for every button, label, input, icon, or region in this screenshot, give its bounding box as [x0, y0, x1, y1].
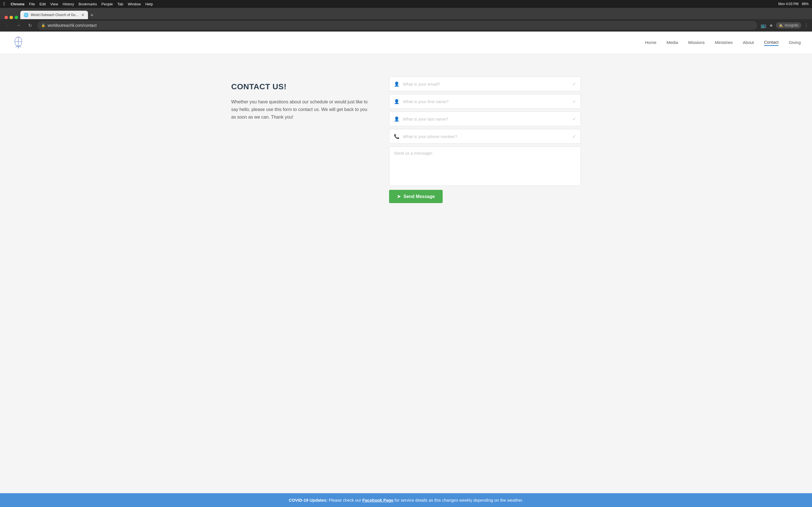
logo-svg [11, 36, 26, 50]
forward-button[interactable]: → [15, 21, 22, 29]
email-check-icon: ✓ [572, 81, 576, 87]
traffic-lights [2, 16, 20, 19]
last-name-icon: 👤 [394, 116, 400, 122]
address-bar[interactable]: 🔒 worldoutreachli.com/contact [37, 21, 757, 30]
menu-bookmarks[interactable]: Bookmarks [79, 2, 97, 6]
site-logo[interactable] [11, 36, 26, 50]
nav-home[interactable]: Home [645, 40, 656, 45]
apple-logo-icon[interactable]:  [3, 1, 5, 6]
addressbar: ← → ↻ 🔒 worldoutreachli.com/contact 📺 ★ … [0, 19, 812, 32]
email-input[interactable] [403, 82, 569, 87]
close-button[interactable] [4, 16, 8, 19]
incognito-button[interactable]: 🕵 Incognito [776, 22, 801, 29]
last-name-input[interactable] [403, 117, 569, 121]
nav-about[interactable]: About [743, 40, 754, 45]
phone-check-icon: ✓ [572, 134, 576, 139]
menu-history[interactable]: History [63, 2, 74, 6]
page-wrapper: Home Media Missions Ministries About Con… [0, 32, 812, 260]
nav-media[interactable]: Media [666, 40, 678, 45]
menubar:  Chrome File Edit View History Bookmark… [0, 0, 812, 8]
contact-form: 👤 ✓ 👤 ✓ 👤 ✓ 📞 ✓ ➤ Send Me [389, 76, 581, 203]
lock-icon: 🔒 [41, 23, 45, 27]
menu-time: Mon 4:03 PM [778, 2, 799, 6]
first-name-input[interactable] [403, 99, 569, 104]
tab-title: World Outreach Church of God... [31, 13, 79, 17]
new-tab-button[interactable]: + [88, 11, 96, 19]
site-nav: Home Media Missions Ministries About Con… [645, 40, 801, 46]
contact-section: CONTACT US! Whether you have questions a… [209, 54, 603, 231]
spacer [0, 231, 812, 260]
back-button[interactable]: ← [3, 21, 11, 29]
phone-field-wrap: 📞 ✓ [389, 129, 581, 144]
contact-title: CONTACT US! [231, 82, 372, 91]
nav-contact[interactable]: Contact [764, 40, 779, 46]
menu-people[interactable]: People [101, 2, 113, 6]
addressbar-right: 📺 ★ 🕵 Incognito ⋮ [761, 22, 809, 29]
menu-help[interactable]: Help [145, 2, 153, 6]
menu-window[interactable]: Window [128, 2, 141, 6]
first-name-field-wrap: 👤 ✓ [389, 94, 581, 109]
maximize-button[interactable] [15, 16, 18, 19]
nav-missions[interactable]: Missions [688, 40, 705, 45]
cast-icon[interactable]: 📺 [761, 23, 766, 28]
refresh-button[interactable]: ↻ [26, 21, 34, 29]
menu-view[interactable]: View [50, 2, 58, 6]
email-field-wrap: 👤 ✓ [389, 76, 581, 91]
send-message-button[interactable]: ➤ Send Message [389, 190, 443, 203]
contact-description: Whether you have questions about our sch… [231, 98, 372, 121]
nav-giving[interactable]: Giving [789, 40, 801, 45]
incognito-label: Incognito [784, 23, 799, 27]
send-icon: ➤ [397, 194, 401, 199]
last-name-field-wrap: 👤 ✓ [389, 112, 581, 126]
menu-edit[interactable]: Edit [40, 2, 46, 6]
tab-close-icon[interactable]: ✕ [81, 13, 85, 17]
site-header: Home Media Missions Ministries About Con… [0, 32, 812, 54]
tab-favicon-icon: 🌐 [24, 13, 29, 17]
menubar-right: Mon 4:03 PM 86% [778, 2, 809, 6]
last-name-check-icon: ✓ [572, 116, 576, 122]
phone-input[interactable] [403, 134, 569, 139]
menu-file[interactable]: File [29, 2, 35, 6]
url-text[interactable]: worldoutreachli.com/contact [48, 23, 753, 27]
incognito-icon: 🕵 [779, 23, 783, 27]
app-name[interactable]: Chrome [11, 2, 24, 6]
first-name-check-icon: ✓ [572, 99, 576, 104]
menubar-left:  Chrome File Edit View History Bookmark… [3, 1, 153, 6]
bookmark-icon[interactable]: ★ [769, 23, 773, 28]
message-textarea[interactable] [389, 147, 581, 186]
menu-battery: 86% [802, 2, 809, 6]
first-name-icon: 👤 [394, 99, 400, 104]
send-button-label: Send Message [403, 194, 435, 199]
phone-icon: 📞 [394, 134, 400, 139]
nav-ministries[interactable]: Ministries [715, 40, 732, 45]
browser-tab[interactable]: 🌐 World Outreach Church of God... ✕ [20, 11, 88, 19]
email-icon: 👤 [394, 81, 400, 87]
contact-left: CONTACT US! Whether you have questions a… [231, 76, 372, 121]
menu-icon[interactable]: ⋮ [804, 23, 809, 28]
minimize-button[interactable] [10, 16, 13, 19]
menu-tab[interactable]: Tab [117, 2, 123, 6]
